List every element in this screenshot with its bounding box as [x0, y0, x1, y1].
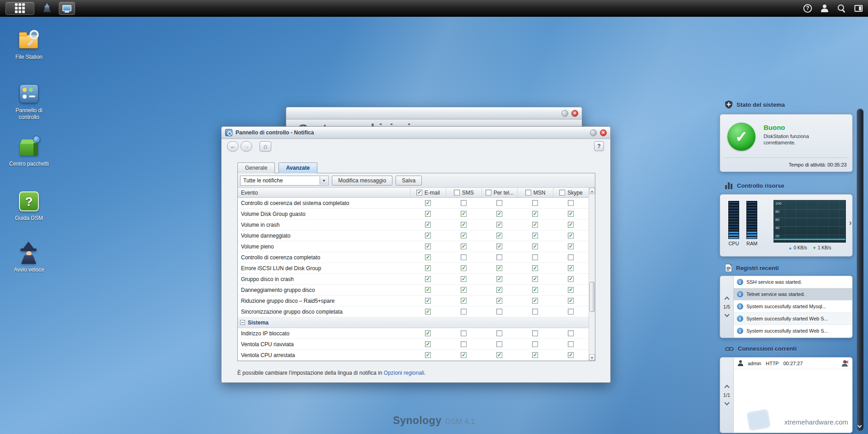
- kick-connection-icon[interactable]: ✕: [841, 360, 848, 367]
- notification-checkbox[interactable]: [532, 265, 538, 271]
- notification-checkbox[interactable]: [496, 309, 502, 315]
- close-button[interactable]: [571, 110, 578, 117]
- notification-checkbox[interactable]: [532, 222, 538, 228]
- log-entry[interactable]: System successfully started Web S...: [734, 325, 852, 337]
- scroll-down-arrow-icon[interactable]: ▼: [589, 354, 595, 361]
- help-icon[interactable]: ?: [803, 4, 812, 13]
- widgets-panel-icon[interactable]: [854, 5, 863, 12]
- channel-select-all-checkbox[interactable]: [486, 190, 491, 196]
- home-button[interactable]: ⌂: [259, 141, 271, 152]
- edit-message-button[interactable]: Modifica messaggio: [332, 176, 392, 186]
- notification-checkbox[interactable]: [425, 243, 431, 249]
- taskbar-show-desktop-button[interactable]: [59, 2, 75, 15]
- close-button[interactable]: [600, 129, 607, 136]
- notification-checkbox[interactable]: [496, 254, 502, 260]
- log-entry[interactable]: SSH service was started.: [734, 276, 852, 288]
- notification-window[interactable]: Pannello di controllo - Notifica ← → ⌂ ?…: [221, 126, 611, 383]
- notification-checkbox[interactable]: [568, 287, 574, 293]
- notification-checkbox[interactable]: [425, 352, 431, 358]
- notification-checkbox[interactable]: [532, 200, 538, 206]
- notification-checkbox[interactable]: [461, 243, 467, 249]
- regional-options-link[interactable]: Opzioni regionali: [384, 370, 424, 376]
- notification-checkbox[interactable]: [425, 265, 431, 271]
- widget-panel-scrollbar[interactable]: [857, 109, 863, 431]
- log-entry[interactable]: System successfully started Mysql...: [734, 300, 852, 313]
- notification-checkbox[interactable]: [461, 341, 467, 347]
- desktop-icon-quick-start[interactable]: Avvio veloce: [5, 242, 52, 273]
- notification-checkbox[interactable]: [461, 287, 467, 293]
- notification-checkbox[interactable]: [568, 233, 574, 238]
- notification-checkbox[interactable]: [425, 233, 431, 238]
- storage-manager-titlebar[interactable]: [286, 107, 582, 119]
- notification-checkbox[interactable]: [568, 309, 574, 315]
- panel-scroll-down-chevron-icon[interactable]: [858, 424, 862, 428]
- channel-select-all-checkbox[interactable]: [416, 190, 422, 196]
- channel-select-all-checkbox[interactable]: [525, 190, 531, 196]
- notification-checkbox[interactable]: [496, 200, 502, 206]
- page-down-chevron-icon[interactable]: [724, 312, 729, 317]
- save-button[interactable]: Salva: [396, 176, 422, 186]
- notification-checkbox[interactable]: [496, 330, 502, 336]
- notification-checkbox[interactable]: [568, 222, 574, 228]
- notification-checkbox[interactable]: [532, 352, 538, 358]
- forward-button[interactable]: →: [241, 141, 252, 152]
- table-scrollbar[interactable]: ▲ ▼: [589, 188, 595, 361]
- notification-checkbox[interactable]: [461, 254, 467, 260]
- notification-checkbox[interactable]: [461, 211, 467, 217]
- back-button[interactable]: ←: [227, 141, 239, 152]
- notification-checkbox[interactable]: [425, 298, 431, 304]
- page-up-chevron-icon[interactable]: [724, 385, 729, 390]
- notification-checkbox[interactable]: [425, 341, 431, 347]
- notification-checkbox[interactable]: [425, 287, 431, 293]
- notification-checkbox[interactable]: [496, 287, 502, 293]
- desktop-icon-dsm-help[interactable]: Guida DSM: [5, 190, 52, 222]
- notification-checkbox[interactable]: [568, 330, 574, 336]
- notification-checkbox[interactable]: [532, 211, 538, 217]
- notification-checkbox[interactable]: [496, 222, 502, 228]
- notification-checkbox[interactable]: [568, 243, 574, 249]
- notification-checkbox[interactable]: [532, 330, 538, 336]
- notification-checkbox[interactable]: [568, 276, 574, 282]
- notification-checkbox[interactable]: [425, 309, 431, 315]
- notification-titlebar[interactable]: Pannello di controllo - Notifica: [222, 127, 610, 139]
- notification-checkbox[interactable]: [461, 222, 467, 228]
- notification-checkbox[interactable]: [496, 276, 502, 282]
- notification-checkbox[interactable]: [425, 276, 431, 282]
- notification-checkbox[interactable]: [461, 276, 467, 282]
- notification-filter-dropdown[interactable]: Tutte le notifiche ▼: [240, 176, 329, 186]
- notification-checkbox[interactable]: [532, 298, 538, 304]
- minimize-button[interactable]: [561, 110, 568, 117]
- page-up-chevron-icon[interactable]: [724, 296, 729, 301]
- notification-checkbox[interactable]: [425, 200, 431, 206]
- desktop-icon-package-center[interactable]: Centro pacchetti: [5, 136, 52, 167]
- notification-checkbox[interactable]: [461, 233, 467, 238]
- notification-checkbox[interactable]: [425, 211, 431, 217]
- log-entry[interactable]: Telnet service was started.: [734, 288, 852, 300]
- notification-checkbox[interactable]: [532, 243, 538, 249]
- notification-checkbox[interactable]: [461, 309, 467, 315]
- collapse-icon[interactable]: [240, 320, 245, 325]
- scroll-up-arrow-icon[interactable]: ▲: [589, 188, 595, 194]
- table-section-row[interactable]: Sistema: [238, 317, 589, 328]
- taskbar-quick-launch-app[interactable]: [39, 2, 55, 15]
- channel-select-all-checkbox[interactable]: [454, 190, 460, 196]
- notification-checkbox[interactable]: [461, 200, 467, 206]
- notification-checkbox[interactable]: [496, 341, 502, 347]
- log-entry[interactable]: System successfully started Web S...: [734, 313, 852, 325]
- desktop-icon-file-station[interactable]: File Station: [5, 29, 52, 61]
- notification-checkbox[interactable]: [568, 298, 574, 304]
- notification-checkbox[interactable]: [532, 341, 538, 347]
- notification-checkbox[interactable]: [568, 211, 574, 217]
- connection-row[interactable]: adminHTTP00:27:27✕: [734, 358, 852, 369]
- window-help-button[interactable]: ?: [594, 141, 604, 151]
- notification-checkbox[interactable]: [568, 200, 574, 206]
- channel-select-all-checkbox[interactable]: [559, 190, 565, 196]
- notification-checkbox[interactable]: [461, 265, 467, 271]
- minimize-button[interactable]: [590, 129, 597, 136]
- scrollbar-thumb[interactable]: [590, 282, 594, 312]
- notification-checkbox[interactable]: [461, 330, 467, 336]
- notification-checkbox[interactable]: [496, 265, 502, 271]
- page-down-chevron-icon[interactable]: [724, 400, 729, 405]
- notification-checkbox[interactable]: [568, 341, 574, 347]
- resource-next-chevron-icon[interactable]: ›: [849, 218, 852, 228]
